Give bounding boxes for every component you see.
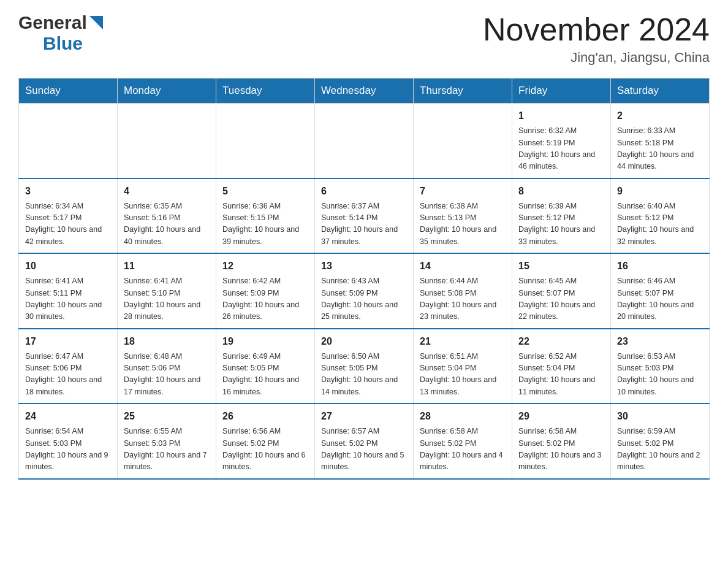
calendar-week-row: 3Sunrise: 6:34 AMSunset: 5:17 PMDaylight… [19,178,710,254]
day-number: 4 [124,184,210,199]
day-number: 25 [124,409,210,424]
day-number: 26 [222,409,308,424]
calendar-title: November 2024 [483,12,710,47]
page-header: General Blue November 2024 Jing'an, Jian… [18,12,710,66]
calendar-cell: 8Sunrise: 6:39 AMSunset: 5:12 PMDaylight… [512,178,611,254]
day-number: 9 [617,184,703,199]
calendar-cell: 18Sunrise: 6:48 AMSunset: 5:06 PMDayligh… [118,329,216,404]
logo-triangle-icon [89,16,103,32]
calendar-cell: 30Sunrise: 6:59 AMSunset: 5:02 PMDayligh… [611,404,710,479]
weekday-header: Thursday [414,79,512,104]
day-info: Sunrise: 6:36 AMSunset: 5:15 PMDaylight:… [222,201,308,248]
day-info: Sunrise: 6:38 AMSunset: 5:13 PMDaylight:… [420,201,506,248]
calendar-cell: 11Sunrise: 6:41 AMSunset: 5:10 PMDayligh… [118,253,216,329]
day-info: Sunrise: 6:59 AMSunset: 5:02 PMDaylight:… [617,426,703,473]
day-info: Sunrise: 6:39 AMSunset: 5:12 PMDaylight:… [518,201,604,248]
weekday-header: Sunday [19,79,118,104]
calendar-cell: 25Sunrise: 6:55 AMSunset: 5:03 PMDayligh… [118,404,216,479]
day-number: 18 [124,334,210,349]
day-info: Sunrise: 6:41 AMSunset: 5:10 PMDaylight:… [124,275,210,323]
day-number: 17 [25,334,111,349]
day-number: 2 [617,109,703,123]
day-number: 30 [617,409,703,424]
day-number: 21 [420,334,506,349]
logo: General Blue [18,12,103,54]
calendar-subtitle: Jing'an, Jiangsu, China [483,50,710,66]
day-info: Sunrise: 6:52 AMSunset: 5:04 PMDaylight:… [518,351,604,399]
day-info: Sunrise: 6:54 AMSunset: 5:03 PMDaylight:… [25,426,111,473]
day-number: 28 [420,409,506,424]
day-info: Sunrise: 6:43 AMSunset: 5:09 PMDaylight:… [321,275,407,323]
calendar-cell: 21Sunrise: 6:51 AMSunset: 5:04 PMDayligh… [414,329,512,404]
day-number: 23 [617,334,703,349]
calendar-cell: 5Sunrise: 6:36 AMSunset: 5:15 PMDaylight… [216,178,315,254]
day-info: Sunrise: 6:37 AMSunset: 5:14 PMDaylight:… [321,201,407,248]
logo-blue-text: Blue [43,33,83,53]
weekday-header: Wednesday [315,79,414,104]
calendar-cell: 24Sunrise: 6:54 AMSunset: 5:03 PMDayligh… [19,404,118,479]
weekday-header: Monday [118,79,216,104]
calendar-week-row: 17Sunrise: 6:47 AMSunset: 5:06 PMDayligh… [19,329,710,404]
calendar-cell: 14Sunrise: 6:44 AMSunset: 5:08 PMDayligh… [414,253,512,329]
title-block: November 2024 Jing'an, Jiangsu, China [483,12,710,66]
weekday-header: Tuesday [216,79,315,104]
day-info: Sunrise: 6:34 AMSunset: 5:17 PMDaylight:… [25,201,111,248]
day-number: 10 [25,259,111,274]
calendar-cell: 28Sunrise: 6:58 AMSunset: 5:02 PMDayligh… [414,404,512,479]
calendar-cell [19,104,118,178]
day-number: 14 [420,259,506,274]
day-info: Sunrise: 6:56 AMSunset: 5:02 PMDaylight:… [222,426,308,473]
day-info: Sunrise: 6:58 AMSunset: 5:02 PMDaylight:… [420,426,506,473]
day-info: Sunrise: 6:47 AMSunset: 5:06 PMDaylight:… [25,351,111,399]
calendar-cell [118,104,216,178]
calendar-cell: 7Sunrise: 6:38 AMSunset: 5:13 PMDaylight… [414,178,512,254]
day-number: 1 [518,109,604,123]
calendar-cell: 4Sunrise: 6:35 AMSunset: 5:16 PMDaylight… [118,178,216,254]
calendar-cell: 1Sunrise: 6:32 AMSunset: 5:19 PMDaylight… [512,104,611,178]
calendar-table: SundayMondayTuesdayWednesdayThursdayFrid… [18,78,710,480]
day-number: 22 [518,334,604,349]
day-info: Sunrise: 6:57 AMSunset: 5:02 PMDaylight:… [321,426,407,473]
calendar-cell: 20Sunrise: 6:50 AMSunset: 5:05 PMDayligh… [315,329,414,404]
day-number: 13 [321,259,407,274]
day-info: Sunrise: 6:55 AMSunset: 5:03 PMDaylight:… [124,426,210,473]
day-number: 11 [124,259,210,274]
calendar-cell: 26Sunrise: 6:56 AMSunset: 5:02 PMDayligh… [216,404,315,479]
calendar-week-row: 10Sunrise: 6:41 AMSunset: 5:11 PMDayligh… [19,253,710,329]
calendar-cell: 23Sunrise: 6:53 AMSunset: 5:03 PMDayligh… [611,329,710,404]
calendar-cell: 17Sunrise: 6:47 AMSunset: 5:06 PMDayligh… [19,329,118,404]
logo-general-text: General [18,12,87,33]
calendar-cell: 13Sunrise: 6:43 AMSunset: 5:09 PMDayligh… [315,253,414,329]
day-number: 16 [617,259,703,274]
calendar-cell [315,104,414,178]
day-info: Sunrise: 6:32 AMSunset: 5:19 PMDaylight:… [518,125,604,173]
day-info: Sunrise: 6:50 AMSunset: 5:05 PMDaylight:… [321,351,407,399]
calendar-cell: 29Sunrise: 6:58 AMSunset: 5:02 PMDayligh… [512,404,611,479]
day-info: Sunrise: 6:46 AMSunset: 5:07 PMDaylight:… [617,275,703,323]
day-info: Sunrise: 6:51 AMSunset: 5:04 PMDaylight:… [420,351,506,399]
calendar-cell: 19Sunrise: 6:49 AMSunset: 5:05 PMDayligh… [216,329,315,404]
calendar-week-row: 1Sunrise: 6:32 AMSunset: 5:19 PMDaylight… [19,104,710,178]
day-info: Sunrise: 6:58 AMSunset: 5:02 PMDaylight:… [518,426,604,473]
calendar-header-row: SundayMondayTuesdayWednesdayThursdayFrid… [19,79,710,104]
day-info: Sunrise: 6:48 AMSunset: 5:06 PMDaylight:… [124,351,210,399]
day-info: Sunrise: 6:35 AMSunset: 5:16 PMDaylight:… [124,201,210,248]
day-info: Sunrise: 6:40 AMSunset: 5:12 PMDaylight:… [617,201,703,248]
calendar-cell [216,104,315,178]
day-number: 24 [25,409,111,424]
calendar-cell: 10Sunrise: 6:41 AMSunset: 5:11 PMDayligh… [19,253,118,329]
day-number: 19 [222,334,308,349]
calendar-cell: 16Sunrise: 6:46 AMSunset: 5:07 PMDayligh… [611,253,710,329]
calendar-cell [414,104,512,178]
day-number: 29 [518,409,604,424]
day-info: Sunrise: 6:44 AMSunset: 5:08 PMDaylight:… [420,275,506,323]
calendar-cell: 6Sunrise: 6:37 AMSunset: 5:14 PMDaylight… [315,178,414,254]
day-number: 15 [518,259,604,274]
calendar-cell: 12Sunrise: 6:42 AMSunset: 5:09 PMDayligh… [216,253,315,329]
calendar-cell: 9Sunrise: 6:40 AMSunset: 5:12 PMDaylight… [611,178,710,254]
day-info: Sunrise: 6:45 AMSunset: 5:07 PMDaylight:… [518,275,604,323]
day-info: Sunrise: 6:33 AMSunset: 5:18 PMDaylight:… [617,125,703,173]
day-info: Sunrise: 6:49 AMSunset: 5:05 PMDaylight:… [222,351,308,399]
weekday-header: Friday [512,79,611,104]
day-info: Sunrise: 6:41 AMSunset: 5:11 PMDaylight:… [25,275,111,323]
